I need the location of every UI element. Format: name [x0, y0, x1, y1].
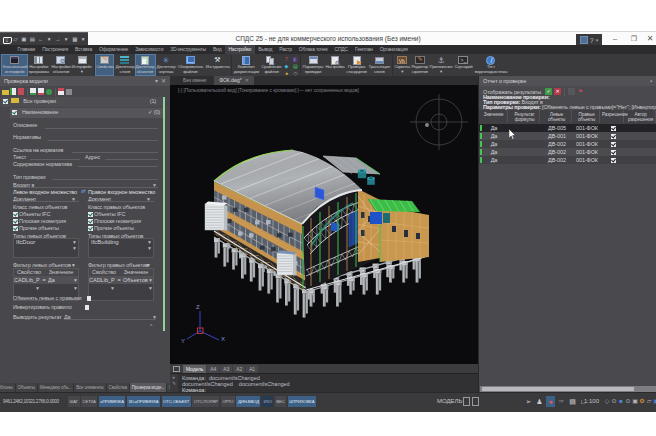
toggle-дин-ввод[interactable]: ДИН-ВВОД [236, 396, 260, 407]
question-icon[interactable]: ? [590, 37, 594, 44]
document-tab-фок-dwg-[interactable]: ФОК.dwg*✕ [214, 76, 253, 85]
mini-icon-0[interactable]: 7 [282, 56, 290, 62]
panel-pin-icon[interactable]: ▪ [650, 76, 652, 86]
export-checks-icon[interactable] [38, 88, 45, 96]
ribbon-button-диспетчер-слоев[interactable]: Диспетчер слоев [114, 54, 135, 76]
dock-tab-все-элементы[interactable]: Все элементы [74, 383, 106, 392]
ribbon-button-настройка[interactable]: ⚙ Настройка [325, 54, 346, 76]
class-checkbox[interactable] [13, 226, 18, 231]
invert-checkbox[interactable] [85, 305, 90, 310]
dock-tab-свойства[interactable]: Свойства [107, 383, 130, 392]
mini-icon-2[interactable]: ◆ [282, 63, 290, 69]
report-table-row[interactable]: Да ДВ-002 001-ФОК [479, 148, 656, 156]
types-listbox[interactable]: IfcBuilding ▼ ▼ [88, 238, 154, 258]
column-header[interactable]: Правые объекты [574, 110, 600, 123]
class-checkbox[interactable] [13, 219, 18, 224]
dock-tab-менеджер-объ-[interactable]: Менеджер объ... [38, 383, 75, 392]
ribbon-button-проверка-стандартов[interactable]: ▶ Проверка стандартов [346, 54, 368, 76]
toggle-отс-объект[interactable]: ОТС-ОБЪЕКТ [162, 396, 191, 407]
resolved-checkbox[interactable] [611, 134, 616, 139]
ribbon-tab-спдс[interactable]: СПДС [331, 45, 351, 54]
ribbon-tab-вставка[interactable]: Вставка [71, 45, 95, 54]
document-tab-без-имени[interactable]: Без имени [178, 76, 214, 85]
ribbon-button-тест-видеоподсистемы[interactable]: / Тест видеоподсистемы [473, 54, 508, 76]
filter-row2-dropdown[interactable]: ▼ [48, 284, 78, 292]
column-header[interactable]: Автор разрешения [626, 110, 655, 123]
scrollbar-thumb[interactable] [482, 387, 634, 391]
dock-tab-проверка-моде-[interactable]: Проверка моде... [130, 383, 168, 392]
ribbon-tab-главная[interactable]: Главная [14, 45, 39, 54]
filter-icon[interactable] [568, 88, 575, 95]
chevron-down-icon[interactable]: ▼ [147, 245, 152, 251]
user-arrow-icon[interactable]: ☞ [557, 396, 566, 407]
undo-dropdown-icon[interactable]: ▾ [46, 35, 54, 45]
record-icon[interactable]: ● [546, 396, 555, 407]
ribbon-button-инструменты[interactable]: ⚒ Инструменты [204, 54, 230, 76]
ribbon-tab-3d-инструменты[interactable]: 3D-инструменты [167, 45, 210, 54]
import-checks-icon[interactable] [30, 88, 37, 96]
chevron-down-icon[interactable]: ▼ [72, 245, 77, 251]
layout-tab-а1[interactable]: А1 [246, 365, 258, 373]
flag-icon[interactable]: ⚑ [577, 88, 584, 95]
diamond-icon[interactable]: ◇ [604, 396, 610, 407]
annotation-scale[interactable]: 1:100 [584, 398, 599, 404]
chevron-down-icon[interactable]: ▼ [152, 313, 157, 321]
add-check-icon[interactable] [10, 88, 17, 96]
new-check-folder-icon[interactable] [2, 88, 9, 96]
ribbon-button-скрипты-[interactable]: Vb Скрипты ▾ [393, 54, 410, 76]
blue-square-icon[interactable]: ■ [618, 396, 624, 407]
ribbon-tab-растр[interactable]: Растр [276, 45, 296, 54]
column-header[interactable]: Разрешение [602, 110, 624, 123]
zoom-in-icon[interactable]: ⊙ [611, 396, 617, 407]
toggle-орто[interactable]: ОРТО [221, 396, 235, 407]
redo-dropdown-icon[interactable]: ▾ [63, 35, 71, 45]
ribbon-tab-построения[interactable]: Построения [39, 45, 72, 54]
close-button[interactable]: ✕ [641, 32, 656, 46]
paper-space-icon[interactable] [472, 397, 479, 406]
toggle-вес[interactable]: ВЕС [275, 396, 286, 407]
column-header[interactable]: Левые объекты [542, 110, 571, 123]
run-checks-icon[interactable] [46, 88, 53, 96]
ribbon-mini-icon-grid[interactable]: 7◧◆▤●◇ [282, 54, 300, 76]
filter-operator[interactable]: = [115, 276, 123, 284]
toggle-сетка[interactable]: СЕТКА [81, 396, 97, 407]
swap-option-row[interactable]: Обменять левые с правыми [13, 294, 91, 302]
redo-icon[interactable]: → [54, 35, 62, 45]
zoom-out-icon[interactable]: ⊙ [625, 396, 631, 407]
print-icon[interactable]: ▤ [29, 35, 37, 45]
class-checkbox[interactable] [13, 212, 18, 217]
mini-icon-3[interactable]: ▤ [291, 63, 299, 69]
ribbon-button-интерфейс-[interactable]: Интерфейс ▾ [71, 54, 93, 76]
ribbon-tab-облака-точек[interactable]: Облака точек [295, 45, 331, 54]
field-underline[interactable] [64, 319, 156, 320]
ribbon-tab-настройки[interactable]: Настройки [225, 45, 255, 54]
gear-icon[interactable]: ⚙ [639, 396, 645, 407]
field-underline[interactable] [105, 159, 158, 160]
mini-icon-1[interactable]: ◧ [291, 56, 299, 62]
layout-tab-модель[interactable]: Модель [183, 365, 206, 373]
swap-checkbox[interactable] [87, 296, 92, 301]
ribbon-button-диспетчер-чертежа[interactable]: ✳ Диспетчер чертежа [156, 54, 177, 76]
ribbon-button-сравнение-файлов[interactable]: Сравнение файлов [260, 54, 282, 76]
ribbon-tab-организация[interactable]: Организация [376, 45, 411, 54]
ribbon-button-классический-интерфейс[interactable]: Классический интерфейс [1, 54, 28, 76]
clip-icon[interactable]: ▣ [632, 396, 638, 407]
ribbon-tab-генплан[interactable]: Генплан [351, 45, 376, 54]
toggle-шаг[interactable]: ШАГ [68, 396, 80, 407]
filter-table[interactable]: СвойствоЗначение CADLib_Р▼ = Объектов▼ ▼… [88, 268, 154, 301]
folder-icon[interactable]: ▱ [646, 396, 652, 407]
resolved-checkbox[interactable] [611, 126, 616, 131]
ribbon-tab-вывод[interactable]: Вывод [255, 45, 276, 54]
layout-tab-а3[interactable]: А3 [220, 365, 232, 373]
class-checkbox-row[interactable]: Прочие объекты [13, 224, 59, 232]
class-checkbox[interactable] [88, 226, 93, 231]
dock-tab-шаблоны[interactable]: Шаблоны [0, 383, 16, 392]
column-header[interactable]: Результат формулы [510, 110, 539, 123]
column-header[interactable]: Значение [480, 110, 508, 123]
filter-property-value[interactable]: CADLib_Р▼ [89, 276, 115, 284]
spds-help-icon[interactable] [580, 36, 588, 44]
filter-property-value[interactable]: CADLib_Р▼ [14, 276, 40, 284]
report-table-row[interactable]: Да ДВ-002 001-ФОК [479, 156, 656, 164]
selection-cursor-icon[interactable]: ➢ [524, 396, 533, 407]
filter-row2-dropdown[interactable]: ▼ [14, 284, 40, 292]
